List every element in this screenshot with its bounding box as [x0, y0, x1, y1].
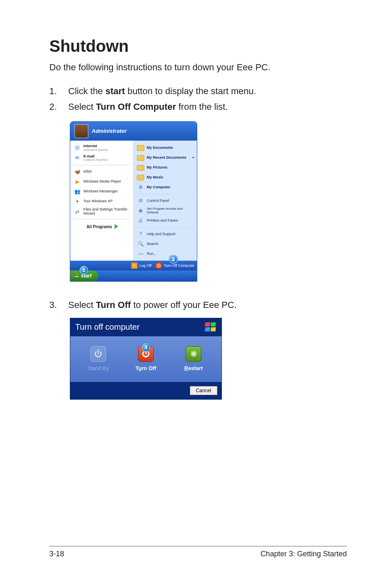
callout-2: 2 — [169, 255, 178, 264]
divider — [137, 194, 194, 194]
start-menu: Administrator ⓔ InternetInternet Explore… — [70, 121, 197, 282]
mail-icon: ✉ — [74, 155, 81, 162]
menu-item-program-access[interactable]: ◉Set Program Access and Defaults — [136, 206, 195, 216]
windows-logo-icon — [205, 322, 217, 332]
turn-off-label: Turn Off — [125, 365, 166, 371]
standby-icon: ⏻ — [90, 346, 106, 362]
logoff-icon: ⎋ — [131, 262, 138, 269]
menu-item-wmp[interactable]: ▶ Windows Media Player — [73, 177, 131, 187]
run-icon: ▭ — [137, 250, 144, 258]
globe-icon: ✦ — [74, 198, 81, 205]
step-text: Select Turn Off to power off your Eee PC… — [68, 298, 237, 312]
start-menu-left-pane: ⓔ InternetInternet Explorer ✉ E-mailOutl… — [70, 141, 134, 261]
user-avatar-icon — [74, 124, 88, 138]
instruction-list: 1. Click the start button to display the… — [49, 84, 347, 114]
menu-item-control-panel[interactable]: ⚙Control Panel — [136, 196, 195, 206]
chevron-right-icon: ▸ — [193, 156, 194, 160]
step-3: 3. Select Turn Off to power off your Eee… — [49, 298, 347, 312]
divider — [137, 227, 194, 228]
menu-item-my-pictures[interactable]: My Pictures — [136, 163, 195, 173]
menu-item-search[interactable]: 🔍Search — [136, 239, 195, 249]
help-icon: ? — [137, 231, 144, 238]
step-2: 2. Select Turn Off Computer from the lis… — [49, 100, 347, 114]
step-text: Select Turn Off Computer from the list. — [68, 100, 228, 114]
people-icon: 👥 — [74, 188, 81, 195]
dialog-title-bar: Turn off computer — [70, 318, 221, 336]
msn-icon: 🦋 — [74, 168, 81, 176]
menu-item-recent-documents[interactable]: My Recent Documents▸ — [136, 153, 195, 163]
printer-icon: 🖨 — [137, 217, 144, 224]
logoff-button[interactable]: ⎋Log Off — [131, 262, 151, 269]
computer-icon: 🖥 — [137, 184, 144, 191]
menu-item-help[interactable]: ?Help and Support — [136, 229, 195, 239]
divider — [74, 219, 131, 219]
menu-item-transfer-wizard[interactable]: ⇄ Files and Settings Transfer Wizard — [73, 206, 131, 217]
page-heading: Shutdown — [49, 37, 347, 56]
callout-3: 3 — [142, 343, 150, 352]
menu-item-email[interactable]: ✉ E-mailOutlook Express — [73, 153, 131, 164]
power-icon: ⏻ — [155, 262, 162, 269]
dialog-title: Turn off computer — [75, 322, 140, 332]
folder-icon — [137, 144, 144, 152]
menu-item-my-music[interactable]: My Music — [136, 173, 195, 183]
start-menu-header: Administrator — [70, 122, 197, 141]
menu-item-my-documents[interactable]: My Documents — [136, 143, 195, 153]
chapter-label: Chapter 3: Getting Started — [261, 550, 347, 558]
step-text: Click the start button to display the st… — [68, 84, 256, 98]
divider — [74, 165, 131, 165]
menu-item-printers[interactable]: 🖨Printers and Faxes — [136, 216, 195, 226]
standby-label: Stand By — [78, 365, 119, 371]
step-number: 3. — [49, 298, 68, 312]
intro-text: Do the following instructions to turn do… — [49, 61, 347, 74]
start-menu-right-pane: My Documents My Recent Documents▸ My Pic… — [134, 141, 197, 261]
cancel-button[interactable]: Cancel — [190, 386, 217, 395]
shield-icon: ◉ — [137, 207, 144, 215]
folder-icon — [137, 174, 144, 181]
restart-icon: ❋ — [186, 346, 201, 362]
page-footer: 3-18 Chapter 3: Getting Started — [49, 546, 347, 558]
step-number: 2. — [49, 100, 68, 114]
ie-icon: ⓔ — [74, 144, 81, 152]
restart-button[interactable]: ❋ Restart — [173, 346, 214, 371]
search-icon: 🔍 — [137, 241, 144, 248]
user-name: Administrator — [92, 128, 127, 134]
menu-item-tour[interactable]: ✦ Tour Windows XP — [73, 197, 131, 206]
menu-item-all-programs[interactable]: All Programs — [73, 221, 131, 232]
step-1: 1. Click the start button to display the… — [49, 84, 347, 98]
folder-icon — [137, 154, 144, 162]
menu-item-run[interactable]: ▭Run... — [136, 249, 195, 259]
menu-item-msn[interactable]: 🦋 MSN — [73, 167, 131, 177]
wizard-icon: ⇄ — [74, 208, 81, 215]
folder-icon — [137, 164, 144, 171]
callout-1: 1 — [80, 266, 88, 274]
menu-item-my-computer[interactable]: 🖥My Computer — [136, 183, 195, 192]
start-menu-footer: ⎋Log Off ⏻Turn Off Computer — [70, 261, 197, 271]
standby-button: ⏻ Stand By — [78, 346, 119, 371]
play-icon: ▶ — [74, 178, 81, 185]
restart-label: Restart — [173, 365, 214, 371]
menu-item-messenger[interactable]: 👥 Windows Messenger — [73, 187, 131, 197]
step-number: 1. — [49, 84, 68, 98]
instruction-list-continued: 3. Select Turn Off to power off your Eee… — [49, 298, 347, 312]
turn-off-dialog: Turn off computer ⏻ Stand By ⏻ Turn Off … — [70, 318, 222, 400]
page-number: 3-18 — [49, 550, 64, 558]
menu-item-internet[interactable]: ⓔ InternetInternet Explorer — [73, 143, 131, 153]
control-panel-icon: ⚙ — [137, 197, 144, 205]
taskbar: start — [70, 271, 197, 281]
arrow-right-icon — [115, 224, 118, 229]
